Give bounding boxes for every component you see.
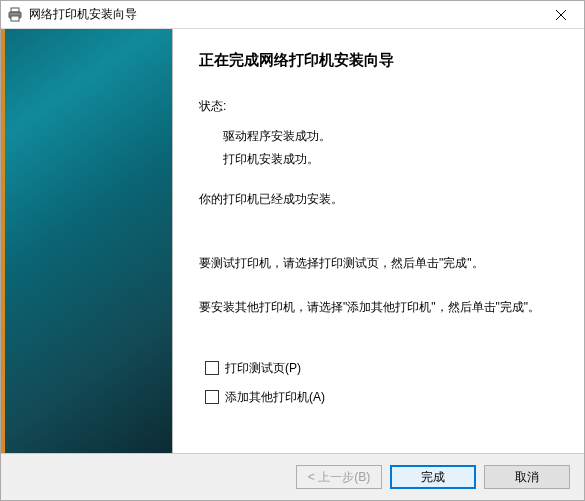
success-message: 你的打印机已经成功安装。 bbox=[199, 191, 566, 208]
status-driver: 驱动程序安装成功。 bbox=[223, 125, 566, 148]
instruction-add: 要安装其他打印机，请选择"添加其他打印机"，然后单击"完成"。 bbox=[199, 298, 566, 316]
checkbox-print-test[interactable]: 打印测试页(P) bbox=[205, 360, 566, 377]
footer-buttons: < 上一步(B) 完成 取消 bbox=[1, 454, 584, 500]
checkbox-group: 打印测试页(P) 添加其他打印机(A) bbox=[199, 360, 566, 418]
checkbox-box-icon bbox=[205, 361, 219, 375]
svg-rect-0 bbox=[11, 8, 19, 12]
window-title: 网络打印机安装向导 bbox=[29, 6, 540, 23]
main-panel: 正在完成网络打印机安装向导 状态: 驱动程序安装成功。 打印机安装成功。 你的打… bbox=[173, 29, 584, 453]
wizard-sidebar bbox=[1, 29, 173, 453]
content-area: 正在完成网络打印机安装向导 状态: 驱动程序安装成功。 打印机安装成功。 你的打… bbox=[1, 29, 584, 454]
printer-icon bbox=[7, 7, 23, 23]
svg-point-3 bbox=[18, 13, 20, 15]
instruction-test: 要测试打印机，请选择打印测试页，然后单击"完成"。 bbox=[199, 254, 566, 272]
status-lines: 驱动程序安装成功。 打印机安装成功。 bbox=[199, 125, 566, 171]
close-button[interactable] bbox=[540, 2, 582, 28]
checkbox-label: 添加其他打印机(A) bbox=[225, 389, 325, 406]
titlebar: 网络打印机安装向导 bbox=[1, 1, 584, 29]
back-button: < 上一步(B) bbox=[296, 465, 382, 489]
page-heading: 正在完成网络打印机安装向导 bbox=[199, 51, 566, 70]
wizard-window: 网络打印机安装向导 正在完成网络打印机安装向导 状态: 驱动程序安装成功。 打印… bbox=[0, 0, 585, 501]
finish-button[interactable]: 完成 bbox=[390, 465, 476, 489]
checkbox-add-other[interactable]: 添加其他打印机(A) bbox=[205, 389, 566, 406]
checkbox-box-icon bbox=[205, 390, 219, 404]
svg-rect-2 bbox=[11, 16, 19, 21]
cancel-button[interactable]: 取消 bbox=[484, 465, 570, 489]
status-label: 状态: bbox=[199, 98, 566, 115]
status-printer: 打印机安装成功。 bbox=[223, 148, 566, 171]
checkbox-label: 打印测试页(P) bbox=[225, 360, 301, 377]
